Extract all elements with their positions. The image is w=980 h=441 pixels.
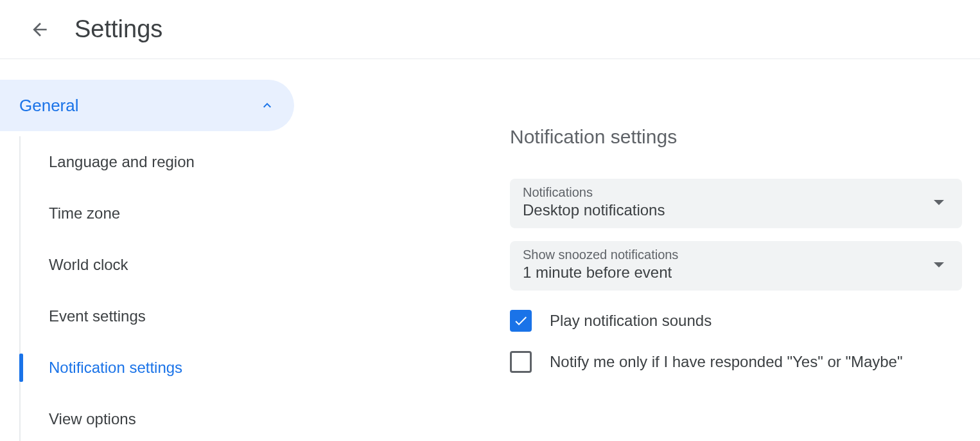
- sidebar-item-label: View options: [49, 410, 136, 428]
- sidebar-item-world-clock[interactable]: World clock: [21, 239, 295, 291]
- select-content: Notifications Desktop notifications: [523, 185, 665, 219]
- select-label: Show snoozed notifications: [523, 248, 678, 262]
- sidebar-item-label: Time zone: [49, 204, 120, 222]
- check-icon: [513, 313, 529, 328]
- checkbox[interactable]: [510, 310, 532, 332]
- play-sounds-checkbox-row[interactable]: Play notification sounds: [510, 310, 962, 332]
- sidebar-item-label: Language and region: [49, 153, 195, 171]
- app-header: Settings: [0, 0, 980, 59]
- sidebar: General Language and region Time zone Wo…: [0, 59, 295, 441]
- section-title: Notification settings: [510, 126, 962, 148]
- page-title: Settings: [74, 15, 162, 43]
- caret-down-icon: [934, 200, 944, 205]
- sidebar-item-label: Event settings: [49, 307, 146, 325]
- sidebar-item-label: World clock: [49, 256, 128, 274]
- back-button[interactable]: [24, 14, 55, 45]
- checkbox-label: Play notification sounds: [550, 312, 712, 330]
- content: General Language and region Time zone Wo…: [0, 59, 980, 441]
- select-value: 1 minute before event: [523, 264, 678, 282]
- sidebar-item-language-region[interactable]: Language and region: [21, 136, 295, 188]
- arrow-left-icon: [30, 19, 50, 40]
- select-value: Desktop notifications: [523, 201, 665, 219]
- snoozed-notifications-select[interactable]: Show snoozed notifications 1 minute befo…: [510, 241, 962, 291]
- sidebar-list: Language and region Time zone World cloc…: [19, 136, 295, 441]
- sidebar-item-time-zone[interactable]: Time zone: [21, 188, 295, 239]
- main: Notification settings Notifications Desk…: [295, 59, 980, 441]
- select-content: Show snoozed notifications 1 minute befo…: [523, 248, 678, 282]
- select-label: Notifications: [523, 185, 665, 200]
- checkbox[interactable]: [510, 351, 532, 373]
- notifications-select[interactable]: Notifications Desktop notifications: [510, 179, 962, 228]
- sidebar-item-notification-settings[interactable]: Notification settings: [21, 342, 295, 393]
- sidebar-item-view-options[interactable]: View options: [21, 393, 295, 441]
- sidebar-item-label: Notification settings: [49, 359, 182, 377]
- caret-down-icon: [934, 262, 944, 267]
- chevron-up-icon: [259, 98, 275, 113]
- sidebar-group-general[interactable]: General: [0, 80, 294, 131]
- sidebar-item-event-settings[interactable]: Event settings: [21, 291, 295, 342]
- notify-yes-maybe-checkbox-row[interactable]: Notify me only if I have responded "Yes"…: [510, 351, 962, 373]
- sidebar-group-label: General: [19, 96, 79, 116]
- checkbox-label: Notify me only if I have responded "Yes"…: [550, 353, 902, 371]
